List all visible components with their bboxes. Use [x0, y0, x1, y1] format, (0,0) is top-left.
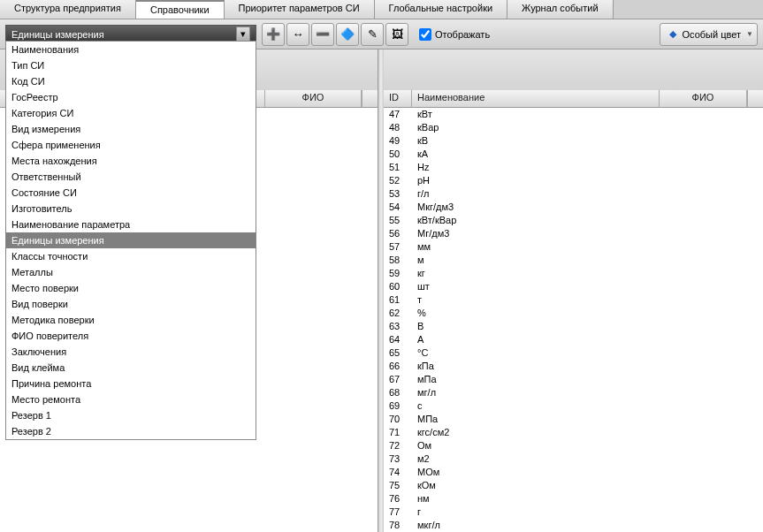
tab-global[interactable]: Глобальные настройки	[375, 0, 508, 19]
cell-id: 62	[384, 307, 412, 320]
table-row[interactable]: 50кА	[384, 148, 763, 161]
dropdown-item[interactable]: Резерв 2	[6, 423, 256, 439]
table-row[interactable]: 54Мкг/дм3	[384, 201, 763, 214]
table-row[interactable]: 60шт	[384, 280, 763, 293]
dropdown-item[interactable]: ФИО поверителя	[6, 328, 256, 344]
cell-name: кгс/см2	[412, 426, 763, 439]
show-checkbox-input[interactable]	[419, 28, 431, 41]
table-row[interactable]: 49кВ	[384, 134, 763, 148]
scrollbar-header-gap	[747, 90, 763, 107]
table-row[interactable]: 66кПа	[384, 360, 763, 373]
right-col-fio[interactable]: ФИО	[660, 90, 747, 107]
cell-id: 48	[384, 121, 412, 134]
cell-name: г	[412, 505, 763, 519]
dropdown-item[interactable]: Места нахождения	[6, 153, 256, 169]
table-row[interactable]: 61т	[384, 293, 763, 307]
table-row[interactable]: 57мм	[384, 240, 763, 254]
dropdown-item[interactable]: ГосРеестр	[6, 89, 256, 105]
dropdown-item[interactable]: Вид клейма	[6, 360, 256, 376]
dropdown-item[interactable]: Единицы измерения	[6, 232, 256, 248]
table-row[interactable]: 72Ом	[384, 439, 763, 452]
table-row[interactable]: 71кгс/см2	[384, 426, 763, 439]
cell-name: мкг/л	[412, 519, 763, 532]
tab-references[interactable]: Справочники	[136, 0, 225, 19]
cell-id: 58	[384, 254, 412, 267]
cell-id: 69	[384, 399, 412, 413]
move-button[interactable]: ↔	[286, 23, 309, 46]
dropdown-item[interactable]: Резерв 1	[6, 407, 256, 423]
dropdown-item[interactable]: Заключения	[6, 344, 256, 360]
dropdown-item[interactable]: Вид поверки	[6, 296, 256, 312]
special-color-label: Особый цвет	[682, 29, 741, 40]
table-row[interactable]: 51Hz	[384, 161, 763, 174]
table-row[interactable]: 78мкг/л	[384, 519, 763, 532]
table-row[interactable]: 65°C	[384, 346, 763, 360]
cell-name: мПа	[412, 373, 763, 386]
cell-name: Ом	[412, 439, 763, 452]
edit-button[interactable]: ✎	[361, 23, 384, 46]
cell-name: Мкг/дм3	[412, 201, 763, 214]
table-row[interactable]: 55кВт/кВар	[384, 214, 763, 227]
dropdown-item[interactable]: Наименования	[6, 42, 256, 57]
chevron-down-icon[interactable]: ▾	[236, 27, 250, 42]
tab-bar: Структура предприятия Справочники Приори…	[0, 0, 763, 19]
image-button[interactable]: 🖼	[385, 23, 408, 46]
cell-id: 72	[384, 439, 412, 452]
dropdown-item[interactable]: Вид измерения	[6, 121, 256, 137]
table-row[interactable]: 68мг/л	[384, 386, 763, 399]
table-row[interactable]: 69с	[384, 399, 763, 413]
table-row[interactable]: 53г/л	[384, 187, 763, 201]
tab-log[interactable]: Журнал событий	[507, 0, 613, 19]
cell-id: 68	[384, 386, 412, 399]
table-row[interactable]: 70МПа	[384, 413, 763, 426]
cell-name: кВар	[412, 121, 763, 134]
table-row[interactable]: 52pH	[384, 174, 763, 187]
dropdown-item[interactable]: Состояние СИ	[6, 185, 256, 201]
left-col-fio[interactable]: ФИО	[265, 90, 362, 107]
table-row[interactable]: 62%	[384, 307, 763, 320]
dropdown-item[interactable]: Причина ремонта	[6, 376, 256, 391]
dropdown-item[interactable]: Методика поверки	[6, 312, 256, 328]
right-col-name[interactable]: Наименование	[412, 90, 660, 107]
cell-name: кВт	[412, 108, 763, 121]
cell-name: МПа	[412, 413, 763, 426]
cell-name: МОм	[412, 466, 763, 479]
table-row[interactable]: 58м	[384, 254, 763, 267]
dropdown-item[interactable]: Место поверки	[6, 280, 256, 296]
table-row[interactable]: 63В	[384, 320, 763, 333]
dropdown-item[interactable]: Классы точности	[6, 248, 256, 264]
table-row[interactable]: 77г	[384, 505, 763, 519]
dropdown-item[interactable]: Категория СИ	[6, 105, 256, 121]
table-row[interactable]: 75кОм	[384, 479, 763, 492]
dropdown-item[interactable]: Сфера применения	[6, 137, 256, 153]
dropdown-item[interactable]: Код СИ	[6, 73, 256, 89]
table-row[interactable]: 64А	[384, 333, 763, 346]
tab-priority[interactable]: Приоритет параметров СИ	[225, 0, 375, 19]
dropdown-item[interactable]: Тип СИ	[6, 57, 256, 73]
add-button[interactable]: ➕	[262, 23, 285, 46]
cell-name: шт	[412, 280, 763, 293]
table-row[interactable]: 73м2	[384, 452, 763, 466]
mark-button[interactable]: 🔷	[336, 23, 359, 46]
table-row[interactable]: 47кВт	[384, 108, 763, 121]
dropdown-item[interactable]: Металлы	[6, 264, 256, 280]
tab-structure[interactable]: Структура предприятия	[0, 0, 136, 19]
cell-name: кПа	[412, 360, 763, 373]
cell-id: 67	[384, 373, 412, 386]
table-row[interactable]: 76нм	[384, 492, 763, 505]
dropdown-item[interactable]: Ответственный	[6, 169, 256, 185]
right-grid-body[interactable]: 47кВт48кВар49кВ50кА51Hz52pH53г/л54Мкг/дм…	[384, 108, 763, 532]
dropdown-item[interactable]: Наименование параметра	[6, 217, 256, 232]
dropdown-item[interactable]: Изготовитель	[6, 201, 256, 217]
dropdown-item[interactable]: Место ремонта	[6, 391, 256, 407]
right-col-id[interactable]: ID	[384, 90, 412, 107]
table-row[interactable]: 48кВар	[384, 121, 763, 134]
table-row[interactable]: 56Мг/дм3	[384, 227, 763, 240]
reference-dropdown[interactable]: НаименованияТип СИКод СИГосРеестрКатегор…	[5, 41, 256, 440]
table-row[interactable]: 67мПа	[384, 373, 763, 386]
remove-button[interactable]: ➖	[311, 23, 334, 46]
table-row[interactable]: 74МОм	[384, 466, 763, 479]
show-checkbox[interactable]: Отображать	[419, 28, 490, 41]
special-color-button[interactable]: ◆ Особый цвет ▼	[660, 23, 758, 46]
table-row[interactable]: 59кг	[384, 267, 763, 280]
